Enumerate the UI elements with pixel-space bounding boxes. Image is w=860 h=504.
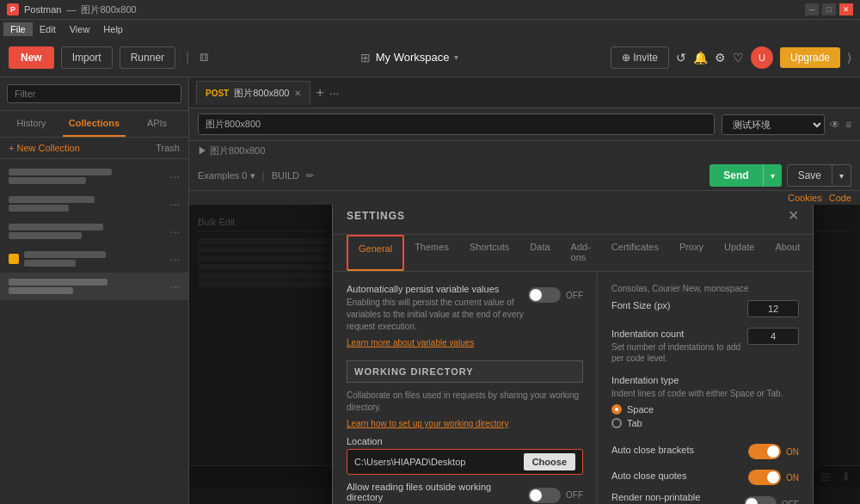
auto-persist-toggle[interactable]: OFF xyxy=(528,287,583,303)
save-dropdown-button[interactable]: ▾ xyxy=(832,164,851,187)
url-text: 图片800x800 xyxy=(206,118,261,131)
collection-dots-icon[interactable]: ··· xyxy=(169,252,180,266)
tab-shortcuts[interactable]: Shortcuts xyxy=(459,235,519,271)
tab-certificates[interactable]: Certificates xyxy=(601,235,669,271)
collection-item[interactable]: ··· xyxy=(0,245,188,273)
search-input[interactable] xyxy=(7,84,181,103)
tab-addons[interactable]: Add-ons xyxy=(561,235,601,271)
expand-icon[interactable]: ⟩ xyxy=(847,51,851,65)
env-selector[interactable]: 测试环境 xyxy=(722,114,825,135)
app-title: Postman xyxy=(24,4,61,15)
collection-item[interactable]: ··· xyxy=(0,190,188,218)
radio-space[interactable]: Space xyxy=(611,404,799,415)
tab-collections[interactable]: Collections xyxy=(63,111,126,137)
render-non-printable-toggle[interactable]: OFF xyxy=(744,496,799,504)
menu-help[interactable]: Help xyxy=(96,22,130,36)
notifications-icon[interactable]: 🔔 xyxy=(693,51,708,65)
radio-dot-tab xyxy=(611,418,622,428)
avatar[interactable]: U xyxy=(751,46,773,69)
tab-apis[interactable]: APIs xyxy=(126,111,188,137)
collection-list: ··· ··· ··· ··· ··· xyxy=(0,159,188,504)
allow-reading-toggle[interactable]: OFF xyxy=(528,487,583,502)
examples-button[interactable]: Examples 0 ▾ xyxy=(198,170,255,181)
send-dropdown-button[interactable]: ▾ xyxy=(763,164,782,187)
tab-add-icon[interactable]: + xyxy=(310,85,329,101)
font-size-row: Font Size (px) xyxy=(611,300,799,317)
tab-general[interactable]: General xyxy=(347,235,404,271)
indentation-count-label: Indentation count xyxy=(611,329,684,339)
invite-button[interactable]: ⊕ Invite xyxy=(611,46,669,69)
import-button[interactable]: Import xyxy=(61,46,113,69)
collection-dots-icon[interactable]: ··· xyxy=(169,169,180,183)
collection-item[interactable]: ··· xyxy=(0,218,188,245)
sync-icon: ⚅ xyxy=(200,52,208,64)
toolbar-right-icons: ↺ 🔔 ⚙ ♡ U Upgrade ⟩ xyxy=(676,46,851,69)
tab-close-icon[interactable]: ✕ xyxy=(294,89,301,98)
workspace-selector[interactable]: ⊞ My Workspace ▾ xyxy=(360,51,459,65)
new-collection-link[interactable]: + New Collection xyxy=(9,143,80,153)
close-button[interactable]: ✕ xyxy=(839,3,853,15)
toolbar-divider: | xyxy=(182,50,193,65)
radio-dot-space xyxy=(611,404,622,415)
tab-proxy[interactable]: Proxy xyxy=(669,235,714,271)
send-button[interactable]: Send xyxy=(710,164,762,187)
tab-data[interactable]: Data xyxy=(519,235,560,271)
tab-url-label: 图片800x800 xyxy=(234,87,289,100)
modal-tabs: General Themes Shortcuts Data Add-ons Ce… xyxy=(333,235,813,272)
indentation-type-desc: Indent lines of code with either Space o… xyxy=(611,388,799,399)
heart-icon[interactable]: ♡ xyxy=(733,51,744,65)
cookies-link[interactable]: Cookies xyxy=(788,193,822,203)
collection-item[interactable]: ··· xyxy=(0,273,188,300)
menu-file[interactable]: File xyxy=(3,22,33,36)
minimize-button[interactable]: ─ xyxy=(805,3,819,15)
radio-tab[interactable]: Tab xyxy=(611,418,799,428)
edit-icon[interactable]: ✏ xyxy=(306,170,314,181)
sync-status-icon[interactable]: ↺ xyxy=(676,51,686,65)
new-button[interactable]: New xyxy=(9,46,54,69)
maximize-button[interactable]: □ xyxy=(822,3,836,15)
save-button[interactable]: Save xyxy=(787,164,832,187)
modal-close-button[interactable]: ✕ xyxy=(788,207,799,224)
request-tab[interactable]: POST 图片800x800 ✕ xyxy=(196,81,310,105)
save-button-group: Save ▾ xyxy=(787,164,851,187)
working-directory-link[interactable]: Learn how to set up your working directo… xyxy=(347,419,508,428)
bell-icon[interactable]: ⚙ xyxy=(715,51,726,65)
title-bar-left: P Postman — 图片800x800 xyxy=(7,3,137,16)
indentation-count-input[interactable] xyxy=(747,328,799,345)
breadcrumb-text: ▶ 图片800x800 xyxy=(198,145,265,156)
allow-reading-label: Allow reading files outside working dire… xyxy=(347,482,528,502)
auto-persist-link[interactable]: Learn more about variable values xyxy=(347,338,474,347)
auto-close-quotes-toggle[interactable]: ON xyxy=(748,470,799,485)
collection-dots-icon[interactable]: ··· xyxy=(169,197,180,211)
settings-icon[interactable]: ≡ xyxy=(845,119,851,131)
menu-edit[interactable]: Edit xyxy=(33,22,63,36)
upgrade-button[interactable]: Upgrade xyxy=(780,47,840,68)
menu-bar: File Edit View Help xyxy=(0,19,860,38)
breadcrumb: ▶ 图片800x800 xyxy=(189,141,860,161)
collection-dots-icon[interactable]: ··· xyxy=(169,224,180,238)
choose-button[interactable]: Choose xyxy=(524,453,575,470)
tab-update[interactable]: Update xyxy=(714,235,765,271)
code-link[interactable]: Code xyxy=(829,193,851,203)
font-size-input[interactable] xyxy=(747,300,799,317)
menu-view[interactable]: View xyxy=(63,22,97,36)
trash-link[interactable]: Trash xyxy=(156,143,180,153)
sidebar: History Collections APIs + New Collectio… xyxy=(0,77,189,504)
title-bar: P Postman — 图片800x800 ─ □ ✕ xyxy=(0,0,860,19)
font-family-row: Consolas, Courier New, monospace xyxy=(611,284,799,293)
eye-icon[interactable]: 👁 xyxy=(830,119,840,131)
workspace-arrow-icon: ▾ xyxy=(454,52,458,62)
tab-more-icon[interactable]: ··· xyxy=(329,86,340,100)
tab-about[interactable]: About xyxy=(765,235,811,271)
tab-history[interactable]: History xyxy=(0,111,63,137)
render-non-printable-row: Render non-printable characters OFF Enab… xyxy=(611,492,799,504)
location-input[interactable] xyxy=(354,457,519,467)
runner-button[interactable]: Runner xyxy=(120,46,175,69)
working-directory-desc: Collaborate on files used in requests by… xyxy=(347,390,583,414)
tab-themes[interactable]: Themes xyxy=(404,235,459,271)
allow-reading-row: Allow reading files outside working dire… xyxy=(347,482,583,504)
auto-close-brackets-toggle[interactable]: ON xyxy=(748,444,799,459)
build-button[interactable]: BUILD xyxy=(272,170,299,181)
collection-dots-icon[interactable]: ··· xyxy=(169,280,180,293)
collection-item[interactable]: ··· xyxy=(0,163,188,190)
